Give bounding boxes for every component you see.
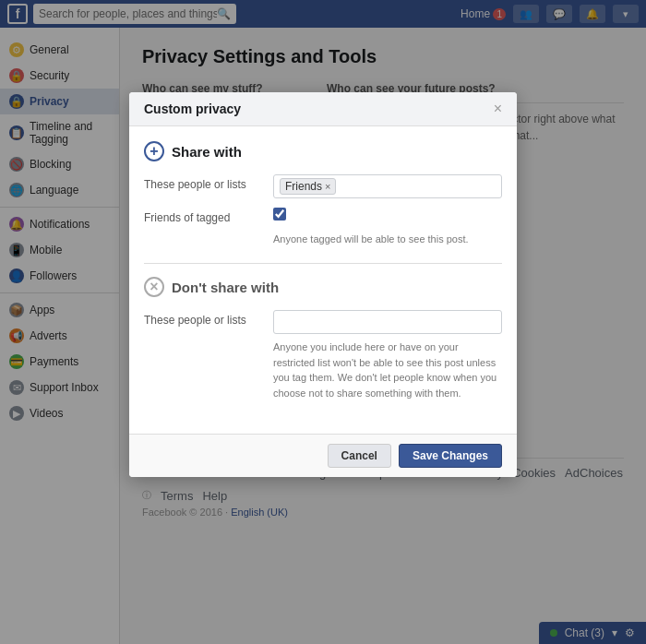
dont-share-help: Anyone you include here or have on your … (273, 340, 502, 400)
share-people-control: Friends × (273, 174, 502, 198)
share-plus-icon: + (144, 141, 164, 161)
cancel-button[interactable]: Cancel (328, 444, 391, 468)
share-tag-input[interactable]: Friends × (273, 174, 502, 198)
share-people-label: These people or lists (144, 174, 273, 191)
save-changes-button[interactable]: Save Changes (399, 444, 502, 468)
dont-share-people-row: These people or lists Anyone you include… (144, 310, 502, 400)
share-people-row: These people or lists Friends × (144, 174, 502, 198)
section-divider (144, 263, 502, 264)
dont-share-x-icon: × (144, 277, 164, 297)
modal-footer: Cancel Save Changes (129, 434, 517, 477)
friends-tagged-row: Friends of tagged (144, 208, 502, 224)
share-with-section: + Share with These people or lists Frien… (144, 141, 502, 244)
friends-tagged-checkbox-row (273, 208, 502, 221)
custom-privacy-modal: Custom privacy × + Share with These peop… (129, 92, 517, 477)
modal-body: + Share with These people or lists Frien… (129, 126, 517, 434)
share-with-header: + Share with (144, 141, 502, 161)
friends-tagged-desc: Anyone tagged will be able to see this p… (273, 233, 502, 244)
dont-share-input[interactable] (273, 310, 502, 334)
friends-tag-remove[interactable]: × (325, 181, 330, 192)
modal-title: Custom privacy (144, 101, 241, 116)
dont-share-people-label: These people or lists (144, 310, 273, 327)
friends-tagged-control (273, 208, 502, 224)
friends-tag: Friends × (280, 178, 336, 195)
share-with-label: Share with (172, 144, 242, 160)
friends-tagged-checkbox[interactable] (273, 208, 286, 221)
dont-share-people-control: Anyone you include here or have on your … (273, 310, 502, 400)
modal-overlay: Custom privacy × + Share with These peop… (0, 0, 646, 644)
modal-close-button[interactable]: × (494, 101, 502, 116)
modal-header: Custom privacy × (129, 92, 517, 126)
dont-share-header: × Don't share with (144, 277, 502, 297)
dont-share-label: Don't share with (172, 280, 279, 295)
friends-tagged-label: Friends of tagged (144, 208, 273, 224)
dont-share-section: × Don't share with These people or lists… (144, 277, 502, 400)
